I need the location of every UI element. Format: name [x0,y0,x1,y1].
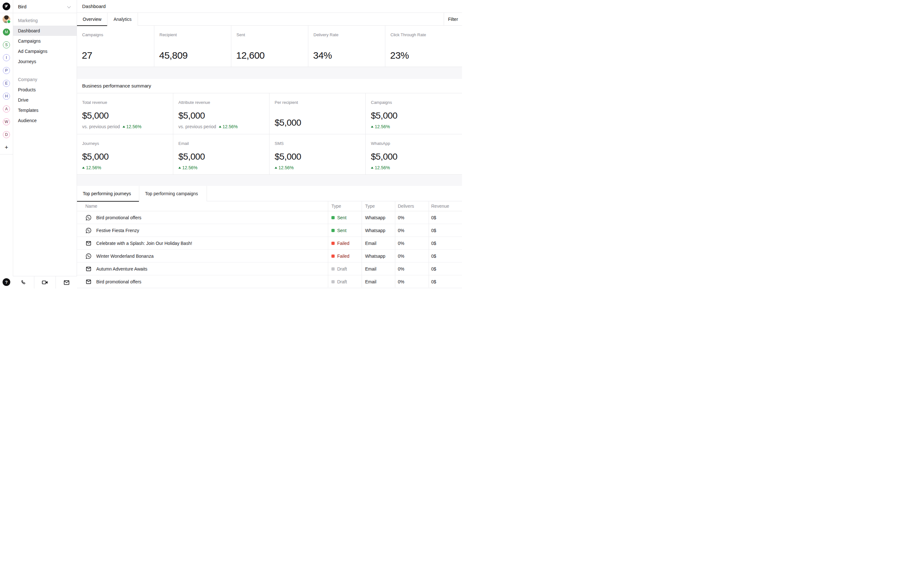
column-divider [362,201,362,288]
sidebar-item-ad-campaigns[interactable]: Ad Campaigns [13,46,77,56]
trend-up-icon [371,167,373,169]
rail-logo-cell [0,0,13,13]
card-label: Total revenue [82,100,107,105]
channel-cell: Whatsapp [365,211,385,224]
page-title: Dashboard [82,0,105,13]
section-gap [77,67,462,79]
workspace-avatar-p[interactable]: P [3,67,10,74]
summary-card-attribute-revenue: Attribute revenue $5,000 vs. previous pe… [173,93,270,134]
tab-top-performing-journeys[interactable]: Top performing journeys [77,186,139,201]
table-row[interactable]: Autumn Adventure Awaits Draft Email 0% 0… [77,263,462,276]
bird-logo-icon[interactable] [3,3,10,10]
card-value: $5,000 [275,152,301,162]
workspace-avatar-i[interactable]: I [3,54,10,61]
user-avatar[interactable] [3,15,10,23]
trend-up-icon [219,126,221,127]
kpi-label: Click Through Rate [391,32,426,37]
channel-cell: Email [365,263,376,276]
workspace-avatar-w[interactable]: W [3,118,10,125]
workspace-avatar-m[interactable]: M [3,29,10,35]
delivers-cell: 0% [398,250,404,263]
workspace-name: Bird [18,4,27,9]
avatar-letter: H [5,94,8,98]
sidebar: Bird Marketing Dashboard Campaigns Ad Ca… [13,0,77,288]
tab-overview[interactable]: Overview [77,13,107,26]
app-window: M S I P E H A W D + ? Bird Marketing Das… [0,0,462,288]
workspace-avatar-d[interactable]: D [3,131,10,138]
workspace-switcher[interactable]: Bird [13,0,77,13]
revenue-cell: 0$ [431,276,436,288]
table-row[interactable]: Celebrate with a Splash: Join Our Holida… [77,237,462,250]
workspace-avatar-e[interactable]: E [3,80,10,87]
avatar-letter: E [5,81,8,85]
workspace-avatar-a[interactable]: A [3,105,10,113]
titlebar: Dashboard [77,0,462,13]
whatsapp-icon [86,214,92,221]
question-icon: ? [5,280,8,285]
workspace-avatar-h[interactable]: H [3,93,10,100]
channel-cell: Whatsapp [365,224,385,237]
avatar-letter: D [5,132,8,137]
kpi-label: Campaigns [82,32,103,37]
revenue-cell: 0$ [431,211,436,224]
delivers-cell: 0% [398,224,404,237]
kpi-value: 12,600 [236,50,265,61]
delivers-cell: 0% [398,211,404,224]
performance-tabs: Top performing journeys Top performing c… [77,186,462,201]
card-label: Campaigns [371,100,392,105]
sidebar-item-templates[interactable]: Templates [13,105,77,115]
delivers-cell: 0% [398,237,404,250]
chevron-down-icon [67,5,71,8]
channel-cell: Whatsapp [365,250,385,263]
channel-cell: Email [365,237,376,250]
delta-value: 12.56% [223,124,238,129]
card-label: Email [178,141,189,146]
table-row[interactable]: Winter Wonderland Bonanza Failed Whatsap… [77,250,462,263]
kpi-recipient: Recipient 45,809 [154,26,231,67]
status-cell: Draft [331,263,347,276]
table-row[interactable]: Bird promotional offers Sent Whatsapp 0%… [77,211,462,224]
section-gap [77,175,462,186]
trend-up-icon [178,167,181,169]
tab-analytics[interactable]: Analytics [107,13,138,26]
video-call-button[interactable] [34,276,55,288]
kpi-label: Sent [236,32,245,37]
sidebar-item-journeys[interactable]: Journeys [13,56,77,67]
column-header-revenue: Revenue [431,201,449,211]
call-button[interactable] [13,276,34,288]
revenue-cell: 0$ [431,250,436,263]
summary-card-journeys: Journeys $5,000 12.56% [77,134,173,174]
sidebar-item-products[interactable]: Products [13,85,77,95]
online-status-dot [7,19,11,24]
column-divider [328,201,328,288]
add-workspace-button[interactable]: + [0,143,13,152]
avatar-letter: S [5,43,8,47]
summary-grid: Total revenue $5,000 vs. previous period… [77,93,462,175]
trend-up-icon [82,167,85,169]
video-camera-icon [41,279,48,286]
kpi-click-through-rate: Click Through Rate 23% [385,26,462,67]
table-row[interactable]: Bird promotional offers Draft Email 0% 0… [77,276,462,288]
avatar-letter: W [5,119,8,124]
email-button[interactable] [55,276,77,288]
sidebar-section-marketing: Marketing [13,15,77,26]
card-value: $5,000 [275,118,301,128]
sidebar-item-audience[interactable]: Audience [13,115,77,126]
help-button[interactable]: ? [3,278,10,286]
sidebar-item-campaigns[interactable]: Campaigns [13,36,77,46]
filter-button[interactable]: Filter [444,13,462,26]
sidebar-item-dashboard[interactable]: Dashboard [13,26,77,36]
channel-cell: Email [365,276,376,288]
tab-top-performing-campaigns[interactable]: Top performing campaigns [139,186,207,201]
avatar-letter: A [5,107,8,111]
kpi-sent: Sent 12,600 [231,26,308,67]
sidebar-item-drive[interactable]: Drive [13,95,77,105]
column-header-type-2: Type [365,201,375,211]
status-cell: Draft [331,276,347,288]
summary-card-email: Email $5,000 12.56% [173,134,270,174]
summary-card-campaigns: Campaigns $5,000 12.56% [366,93,462,134]
table-row[interactable]: Festive Fiesta Frenzy Sent Whatsapp 0% 0… [77,224,462,237]
delta-value: 12.56% [375,165,390,170]
workspace-avatar-s[interactable]: S [3,41,10,48]
email-icon [86,279,92,285]
